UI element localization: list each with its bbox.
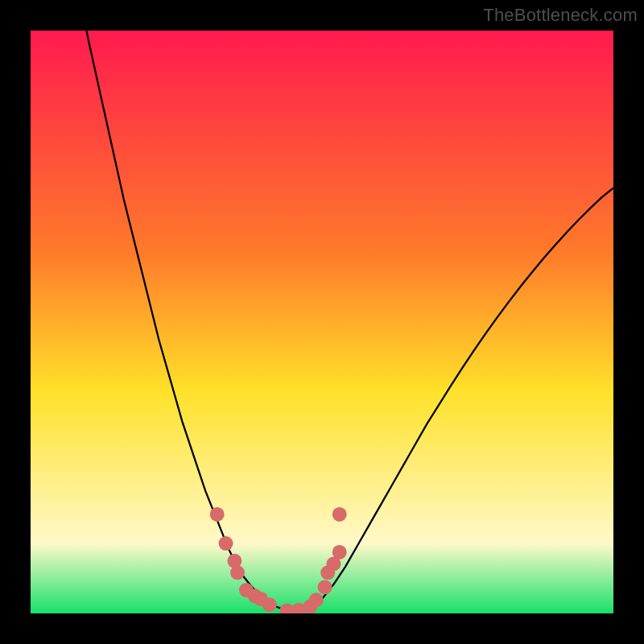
data-point-marker xyxy=(318,580,332,594)
data-point-marker xyxy=(262,597,277,612)
chart-svg xyxy=(31,31,613,613)
data-point-marker xyxy=(332,507,347,522)
data-point-marker xyxy=(210,507,225,522)
data-point-marker xyxy=(230,565,245,580)
data-point-marker xyxy=(219,536,233,551)
data-point-marker xyxy=(309,592,324,607)
chart-plot xyxy=(31,31,613,613)
svg-rect-0 xyxy=(31,31,613,613)
data-point-marker xyxy=(332,545,347,559)
chart-frame: TheBottleneck.com xyxy=(0,0,644,644)
watermark-label: TheBottleneck.com xyxy=(483,5,638,26)
